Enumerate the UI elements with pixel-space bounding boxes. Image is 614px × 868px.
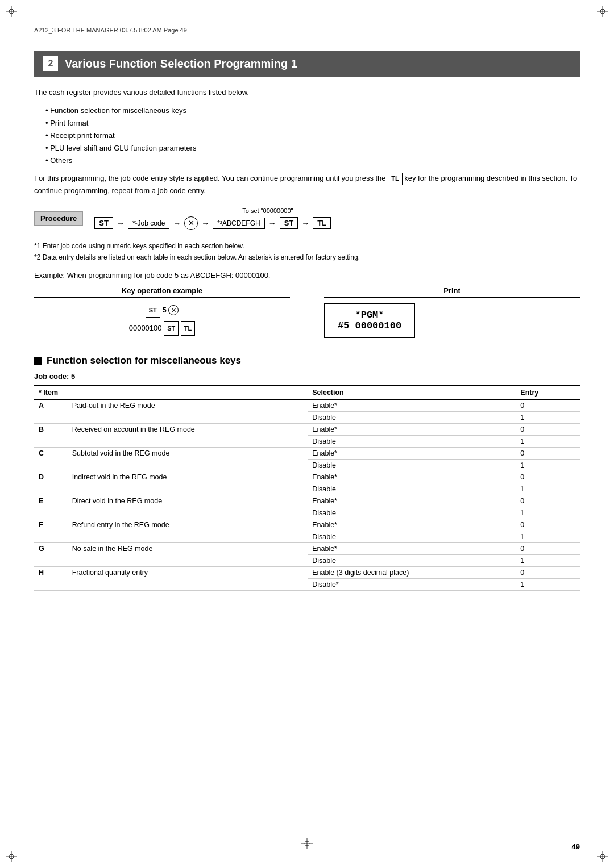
- table-cell-desc: Indirect void in the REG mode: [68, 471, 308, 495]
- subsection-heading: Function selection for miscellaneous key…: [34, 355, 580, 366]
- table-row: APaid-out in the REG modeEnable*0: [34, 399, 580, 412]
- footnote-2: *2 Data entry details are listed on each…: [34, 252, 580, 263]
- header-text: A212_3 FOR THE MANAGER 03.7.5 8:02 AM Pa…: [34, 27, 187, 34]
- table-cell-item: B: [34, 424, 68, 448]
- table-cell-item: D: [34, 471, 68, 495]
- crosshair-bottom-center: [301, 838, 313, 851]
- table-cell-selection: Enable*: [308, 399, 516, 412]
- arrow: →: [301, 219, 309, 228]
- page-header: A212_3 FOR THE MANAGER 03.7.5 8:02 AM Pa…: [34, 23, 580, 34]
- job-code-key: *¹Job code: [128, 218, 169, 229]
- list-item: Print format: [45, 117, 580, 130]
- job-code-label: Job code: 5: [34, 372, 580, 381]
- table-cell-entry: 0: [516, 448, 580, 460]
- main-table: * Item Selection Entry APaid-out in the …: [34, 385, 580, 591]
- black-square-icon: [34, 357, 42, 365]
- table-cell-item: C: [34, 448, 68, 471]
- section-title: Various Function Selection Programming 1: [65, 57, 297, 70]
- col-header-item: * Item: [34, 386, 68, 399]
- table-cell-desc: Subtotal void in the REG mode: [68, 448, 308, 471]
- table-cell-entry: 0: [516, 495, 580, 507]
- key-op-header: Key operation example: [34, 286, 290, 298]
- arrow: →: [173, 219, 181, 228]
- table-cell-selection: Disable*: [308, 579, 516, 591]
- subsection-title: Function selection for miscellaneous key…: [47, 355, 241, 366]
- table-row: DIndirect void in the REG modeEnable*0: [34, 471, 580, 483]
- arrow: →: [268, 219, 276, 228]
- example-columns: Key operation example ST 5 ✕ 00000100 ST…: [34, 286, 580, 338]
- table-cell-entry: 1: [516, 436, 580, 448]
- crosshair-top-left: [6, 6, 17, 17]
- table-cell-desc: Received on account in the REG mode: [68, 424, 308, 448]
- procedure-label: Procedure: [34, 211, 83, 226]
- key-op-column: Key operation example ST 5 ✕ 00000100 ST…: [34, 286, 290, 336]
- st-key: ST: [94, 217, 113, 229]
- table-cell-entry: 0: [516, 471, 580, 483]
- crosshair-bottom-left: [6, 851, 17, 862]
- table-cell-selection: Disable: [308, 483, 516, 495]
- abcdefgh-key: *²ABCDEFGH: [213, 218, 264, 229]
- table-cell-item: E: [34, 495, 68, 519]
- procedure-diagram: To set "00000000" ST → *¹Job code → ✕ → …: [94, 207, 331, 230]
- circle-x-ex: ✕: [168, 305, 179, 315]
- st-key-ex2: ST: [164, 321, 179, 336]
- st-key-ex: ST: [146, 303, 160, 318]
- key-op-line2: 00000100 ST TL: [34, 321, 290, 336]
- section-heading: 2 Various Function Selection Programming…: [34, 51, 580, 77]
- table-row: BReceived on account in the REG modeEnab…: [34, 424, 580, 436]
- intro-note: For this programming, the job code entry…: [34, 173, 580, 197]
- table-header-row: * Item Selection Entry: [34, 386, 580, 399]
- table-cell-entry: 1: [516, 412, 580, 424]
- table-cell-desc: Paid-out in the REG mode: [68, 399, 308, 424]
- table-cell-entry: 1: [516, 579, 580, 591]
- table-cell-selection: Disable: [308, 507, 516, 519]
- table-cell-selection: Disable: [308, 460, 516, 471]
- print-line1: *PGM*: [335, 310, 404, 320]
- table-row: EDirect void in the REG modeEnable*0: [34, 495, 580, 507]
- tl-key-inline: TL: [388, 173, 402, 185]
- table-cell-entry: 0: [516, 567, 580, 579]
- table-cell-selection: Disable: [308, 412, 516, 424]
- crosshair-bottom-right: [597, 851, 608, 862]
- table-row: HFractional quantity entryEnable (3 digi…: [34, 567, 580, 579]
- table-cell-entry: 1: [516, 531, 580, 543]
- section-number: 2: [43, 56, 58, 71]
- print-line2: #5 00000100: [335, 320, 404, 331]
- table-cell-entry: 0: [516, 543, 580, 555]
- table-row: GNo sale in the REG modeEnable*0: [34, 543, 580, 555]
- procedure-section: Procedure To set "00000000" ST → *¹Job c…: [34, 207, 580, 230]
- table-cell-item: F: [34, 519, 68, 543]
- list-item: PLU level shift and GLU function paramet…: [45, 142, 580, 155]
- table-cell-entry: 1: [516, 507, 580, 519]
- print-header: Print: [324, 286, 580, 298]
- table-cell-selection: Disable: [308, 531, 516, 543]
- crosshair-top-right: [597, 6, 608, 17]
- arrow: →: [117, 219, 125, 228]
- page-number: 49: [572, 842, 580, 851]
- circle-x-key: ✕: [184, 216, 198, 230]
- diagram-top-label: To set "00000000": [242, 207, 293, 214]
- table-row: CSubtotal void in the REG modeEnable*0: [34, 448, 580, 460]
- table-cell-selection: Enable*: [308, 543, 516, 555]
- print-box: *PGM* #5 00000100: [324, 303, 415, 338]
- table-cell-entry: 1: [516, 483, 580, 495]
- table-cell-desc: No sale in the REG mode: [68, 543, 308, 567]
- table-cell-desc: Direct void in the REG mode: [68, 495, 308, 519]
- table-cell-item: A: [34, 399, 68, 424]
- st-key2: ST: [280, 217, 298, 229]
- table-cell-selection: Enable (3 digits decimal place): [308, 567, 516, 579]
- footnotes: *1 Enter job code using numeric keys spe…: [34, 240, 580, 264]
- tl-key-ex: TL: [181, 321, 195, 336]
- list-item: Others: [45, 155, 580, 167]
- tl-key: TL: [313, 217, 331, 229]
- table-cell-item: G: [34, 543, 68, 567]
- footnote-1: *1 Enter job code using numeric keys spe…: [34, 240, 580, 252]
- table-cell-selection: Enable*: [308, 519, 516, 531]
- table-cell-desc: Refund entry in the REG mode: [68, 519, 308, 543]
- table-row: FRefund entry in the REG modeEnable*0: [34, 519, 580, 531]
- print-column: Print *PGM* #5 00000100: [324, 286, 580, 338]
- intro-list: Function selection for miscellaneous key…: [45, 105, 580, 167]
- table-cell-entry: 0: [516, 519, 580, 531]
- table-cell-entry: 1: [516, 460, 580, 471]
- col-header-desc: [68, 386, 308, 399]
